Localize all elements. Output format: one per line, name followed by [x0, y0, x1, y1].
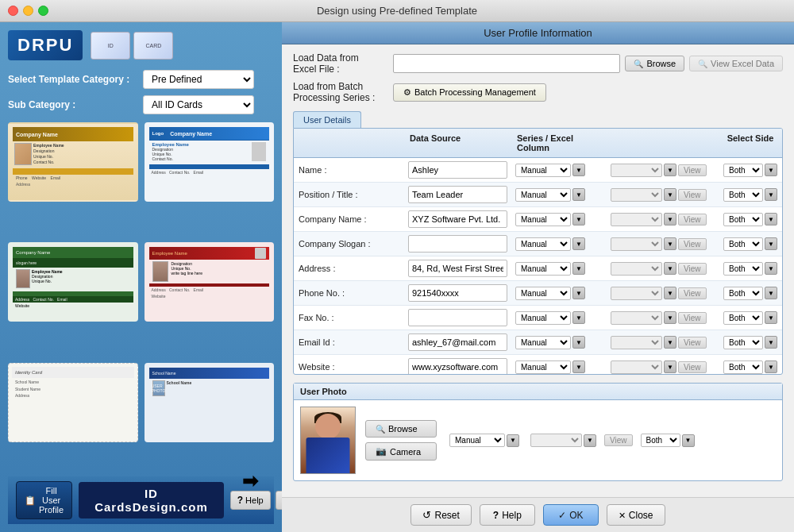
datasource-arrow-0[interactable]: ▼ — [572, 164, 585, 176]
series-select-7[interactable] — [611, 336, 662, 349]
photo-side-select[interactable]: Both — [641, 434, 680, 447]
photo-series-select[interactable] — [530, 434, 582, 447]
template-card-3[interactable]: Company Name slogan here Employee Name D… — [8, 242, 138, 322]
help-button[interactable]: Help — [480, 504, 535, 526]
field-input-2[interactable] — [408, 210, 507, 228]
side-arrow-1[interactable]: ▼ — [765, 188, 777, 201]
series-select-0[interactable] — [611, 164, 662, 177]
photo-side-arrow[interactable]: ▼ — [682, 434, 695, 447]
datasource-select-8[interactable]: Manual — [515, 360, 571, 374]
series-select-3[interactable] — [611, 237, 662, 251]
excel-file-input[interactable] — [393, 54, 620, 73]
series-select-1[interactable] — [611, 188, 662, 202]
datasource-select-0[interactable]: Manual — [515, 164, 571, 177]
series-select-4[interactable] — [611, 262, 662, 276]
series-arrow-4[interactable]: ▼ — [664, 262, 676, 275]
side-select-7[interactable]: Both — [723, 336, 763, 349]
view-button-1[interactable]: View — [678, 189, 707, 201]
photo-series-arrow[interactable]: ▼ — [584, 434, 596, 447]
datasource-arrow-3[interactable]: ▼ — [572, 237, 585, 250]
series-select-8[interactable] — [611, 360, 662, 374]
photo-camera-button[interactable]: Camera — [365, 442, 437, 461]
datasource-arrow-5[interactable]: ▼ — [572, 287, 585, 299]
datasource-select-4[interactable]: Manual — [515, 262, 571, 276]
series-arrow-0[interactable]: ▼ — [664, 164, 676, 176]
field-input-8[interactable] — [408, 358, 507, 375]
datasource-arrow-8[interactable]: ▼ — [572, 360, 585, 373]
close-button[interactable]: Close — [607, 504, 665, 526]
photo-browse-button[interactable]: Browse — [365, 420, 437, 438]
series-arrow-5[interactable]: ▼ — [664, 287, 676, 299]
series-arrow-2[interactable]: ▼ — [664, 213, 676, 226]
side-arrow-8[interactable]: ▼ — [765, 360, 777, 373]
view-button-0[interactable]: View — [678, 164, 707, 176]
datasource-select-6[interactable]: Manual — [515, 311, 571, 325]
view-button-3[interactable]: View — [678, 238, 707, 250]
side-select-4[interactable]: Both — [723, 262, 763, 276]
side-select-3[interactable]: Both — [723, 237, 763, 251]
datasource-select-5[interactable]: Manual — [515, 287, 571, 300]
side-select-1[interactable]: Both — [723, 188, 763, 202]
batch-processing-button[interactable]: Batch Processing Management — [393, 83, 546, 102]
field-input-3[interactable] — [408, 235, 507, 253]
field-input-5[interactable] — [408, 284, 507, 302]
template-card-5[interactable]: Identity Card School Name Student Name A… — [8, 363, 138, 442]
series-select-2[interactable] — [611, 213, 662, 226]
reset-button[interactable]: Reset — [410, 504, 471, 526]
side-select-0[interactable]: Both — [723, 164, 763, 177]
series-arrow-3[interactable]: ▼ — [664, 237, 676, 250]
datasource-select-2[interactable]: Manual — [515, 213, 571, 226]
fill-user-profile-button[interactable]: Fill User Profile — [16, 481, 72, 519]
field-input-7[interactable] — [408, 333, 507, 351]
category-select[interactable]: Pre Defined — [143, 70, 254, 89]
template-card-6[interactable]: School Name USER PHOTO School Name — [145, 363, 275, 442]
view-button-4[interactable]: View — [678, 263, 707, 275]
side-arrow-2[interactable]: ▼ — [765, 213, 777, 226]
series-arrow-1[interactable]: ▼ — [664, 188, 676, 201]
series-arrow-6[interactable]: ▼ — [664, 311, 676, 324]
ok-button[interactable]: OK — [543, 504, 599, 526]
datasource-select-3[interactable]: Manual — [515, 237, 571, 251]
template-card-1[interactable]: Company Name Employee Name Designation U… — [8, 122, 138, 202]
datasource-arrow-1[interactable]: ▼ — [572, 188, 585, 201]
datasource-arrow-4[interactable]: ▼ — [572, 262, 585, 275]
series-select-6[interactable] — [611, 311, 662, 325]
series-arrow-7[interactable]: ▼ — [664, 336, 676, 349]
side-select-6[interactable]: Both — [723, 311, 763, 325]
close-window-button[interactable] — [8, 6, 18, 16]
view-button-2[interactable]: View — [678, 214, 707, 226]
view-button-8[interactable]: View — [678, 361, 707, 373]
side-select-8[interactable]: Both — [723, 360, 763, 374]
view-excel-button[interactable]: View Excel Data — [689, 56, 783, 71]
maximize-window-button[interactable] — [38, 6, 48, 16]
field-input-6[interactable] — [408, 309, 507, 326]
help-bottom-button[interactable]: Help — [230, 491, 271, 510]
browse-excel-button[interactable]: Browse — [625, 56, 684, 71]
user-details-tab[interactable]: User Details — [293, 111, 361, 128]
datasource-select-7[interactable]: Manual — [515, 336, 571, 349]
side-arrow-7[interactable]: ▼ — [765, 336, 777, 349]
side-arrow-0[interactable]: ▼ — [765, 164, 777, 176]
template-card-4[interactable]: Employee Name Designation Unique No. wri… — [145, 242, 275, 322]
side-select-5[interactable]: Both — [723, 287, 763, 300]
template-card-2[interactable]: Logo Company Name Employee Name Designat… — [145, 122, 275, 202]
side-arrow-5[interactable]: ▼ — [765, 287, 777, 299]
view-button-6[interactable]: View — [678, 312, 707, 324]
field-input-4[interactable] — [408, 260, 507, 277]
side-arrow-3[interactable]: ▼ — [765, 237, 777, 250]
side-arrow-6[interactable]: ▼ — [765, 311, 777, 324]
datasource-arrow-6[interactable]: ▼ — [572, 311, 585, 324]
view-button-7[interactable]: View — [678, 337, 707, 349]
datasource-select-1[interactable]: Manual — [515, 188, 571, 202]
side-arrow-4[interactable]: ▼ — [765, 262, 777, 275]
datasource-arrow-2[interactable]: ▼ — [572, 213, 585, 226]
series-arrow-8[interactable]: ▼ — [664, 360, 676, 373]
field-input-0[interactable] — [408, 161, 507, 179]
field-input-1[interactable] — [408, 186, 507, 203]
photo-view-button[interactable]: View — [604, 434, 633, 446]
side-select-2[interactable]: Both — [723, 213, 763, 226]
subcategory-select[interactable]: All ID Cards — [143, 95, 254, 114]
series-select-5[interactable] — [611, 287, 662, 300]
photo-datasource-select[interactable]: Manual — [449, 434, 505, 447]
minimize-window-button[interactable] — [23, 6, 33, 16]
